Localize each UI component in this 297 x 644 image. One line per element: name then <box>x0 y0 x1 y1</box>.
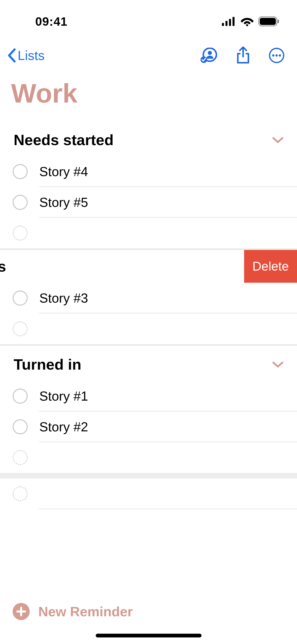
share-list-icon[interactable] <box>200 48 217 63</box>
share-icon[interactable] <box>236 47 250 64</box>
svg-rect-3 <box>233 17 235 26</box>
more-icon[interactable] <box>269 48 284 63</box>
svg-rect-0 <box>222 23 224 26</box>
section-header[interactable]: gress Delete <box>0 250 297 283</box>
svg-point-9 <box>208 51 212 55</box>
new-reminder-placeholder[interactable] <box>0 442 297 473</box>
svg-point-12 <box>272 54 275 57</box>
section-header[interactable]: Turned in <box>0 356 297 373</box>
completion-circle[interactable] <box>13 389 28 404</box>
new-reminder-placeholder[interactable] <box>0 218 297 248</box>
reminder-row[interactable]: Story #3 <box>0 283 297 313</box>
section-title: Needs started <box>14 131 114 149</box>
back-button[interactable]: Lists <box>8 48 45 63</box>
svg-rect-6 <box>260 18 276 25</box>
section-title: gress <box>0 258 244 275</box>
list-title: Work <box>0 71 297 121</box>
section-in-progress: gress Delete Story #3 <box>0 250 297 344</box>
chevron-down-icon <box>272 137 283 144</box>
delete-button[interactable]: Delete <box>244 250 297 283</box>
svg-point-14 <box>279 54 281 57</box>
new-reminder-placeholder[interactable] <box>0 478 297 509</box>
svg-rect-2 <box>229 19 231 26</box>
nav-bar: Lists <box>0 33 297 71</box>
status-icons <box>222 16 279 26</box>
section-turned-in: Turned in Story #1 Story #2 <box>0 346 297 473</box>
new-reminder-label: New Reminder <box>38 604 133 619</box>
section-header[interactable]: Needs started <box>0 131 297 149</box>
cellular-icon <box>222 17 236 26</box>
new-reminder-placeholder[interactable] <box>0 313 297 344</box>
completion-circle[interactable] <box>13 419 28 434</box>
placeholder-circle-icon <box>13 226 28 241</box>
placeholder-circle-icon <box>13 321 28 336</box>
placeholder-circle-icon <box>13 450 28 465</box>
back-label: Lists <box>18 48 45 63</box>
placeholder-circle-icon <box>13 486 28 501</box>
svg-point-13 <box>276 54 278 57</box>
reminder-title: Story #5 <box>39 195 88 210</box>
chevron-down-icon <box>272 361 283 368</box>
section-title: Turned in <box>14 356 81 373</box>
new-reminder-button[interactable]: New Reminder <box>0 603 297 620</box>
svg-rect-7 <box>278 20 279 23</box>
reminder-title: Story #3 <box>39 291 88 306</box>
reminder-row[interactable]: Story #2 <box>0 411 297 442</box>
completion-circle[interactable] <box>13 195 28 210</box>
nav-actions <box>200 47 284 64</box>
section-needs-started: Needs started Story #4 Story #5 <box>0 121 297 248</box>
reminder-title: Story #4 <box>39 164 88 179</box>
home-indicator[interactable] <box>96 634 202 637</box>
reminder-row[interactable]: Story #5 <box>0 187 297 218</box>
reminder-row[interactable]: Story #4 <box>0 156 297 187</box>
battery-icon <box>258 16 279 26</box>
section-divider <box>0 473 297 478</box>
plus-circle-icon <box>13 603 30 620</box>
wifi-icon <box>241 17 254 26</box>
svg-point-4 <box>246 24 248 26</box>
reminder-title: Story #2 <box>39 419 88 434</box>
reminder-title: Story #1 <box>39 389 88 404</box>
reminder-row[interactable]: Story #1 <box>0 381 297 411</box>
completion-circle[interactable] <box>13 291 28 306</box>
status-time: 09:41 <box>35 15 68 28</box>
chevron-left-icon <box>8 48 16 62</box>
completion-circle[interactable] <box>13 164 28 179</box>
status-bar: 09:41 <box>0 0 297 33</box>
svg-rect-1 <box>225 21 227 26</box>
